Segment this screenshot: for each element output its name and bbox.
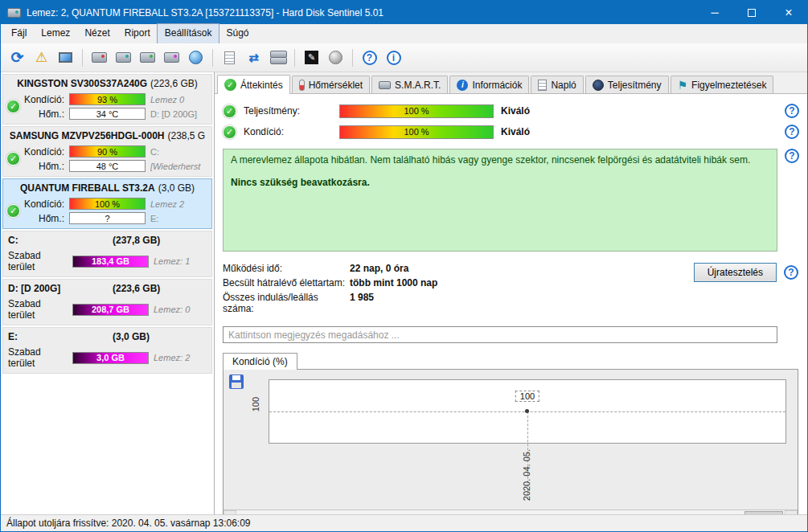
- disk-size: (238,5 G: [168, 130, 206, 141]
- disk-tools-button-3[interactable]: [137, 47, 158, 68]
- report-button[interactable]: [219, 47, 240, 68]
- refresh-button[interactable]: ⟳: [6, 47, 28, 68]
- overview-panel: ✓ Teljesítmény: 100 % Kiváló ? ✓ Kondíci…: [215, 94, 807, 514]
- temperature-label: Hőm.:: [24, 108, 64, 120]
- condition-rating: Kiváló: [501, 126, 530, 137]
- disk-item-kingston[interactable]: KINGSTON SV300S37A240G(223,6 GB) ✓ Kondí…: [2, 74, 212, 125]
- monitor-button[interactable]: [55, 47, 76, 68]
- stat-value: 22 nap, 0 óra: [350, 263, 408, 274]
- disk-size: (223,6 GB): [150, 78, 198, 89]
- stat-label: Becsült hátralévő élettartam:: [223, 277, 350, 289]
- condition-chart-section: Kondíció (%) 100 100 2020. 04. 05. ◀: [223, 352, 799, 514]
- tab-performance[interactable]: Teljesítmény: [585, 76, 669, 93]
- performance-value: 100 %: [404, 106, 429, 116]
- health-status-text: A merevlemez állapota hibátlan. Nem talá…: [231, 154, 769, 166]
- disk-tools-button-2[interactable]: [113, 47, 134, 68]
- condition-help-button[interactable]: ?: [785, 125, 799, 139]
- minimize-button[interactable]: ─: [696, 1, 733, 24]
- refresh-icon: ⟳: [11, 48, 24, 67]
- surface-test-button[interactable]: ✎: [301, 47, 322, 68]
- partition-size: (3,0 GB): [113, 331, 150, 342]
- disk-header: QUANTUM FIREBALL ST3.2A(3,0 GB): [6, 181, 208, 195]
- disk-tools-button-4[interactable]: [161, 47, 183, 68]
- partition-header: C: (237,8 GB): [6, 233, 208, 248]
- tab-smart[interactable]: S.M.A.R.T.: [371, 76, 448, 93]
- scroll-right-button[interactable]: ▶: [785, 510, 798, 514]
- stat-start-stop-count: Összes indulás/leállás száma: 1 985: [223, 292, 694, 314]
- tab-label: Áttekintés: [240, 80, 283, 91]
- status-ok-icon: ✓: [223, 125, 236, 139]
- disk-status-ok-icon: ✓: [6, 152, 20, 166]
- warning-button[interactable]: ⚠: [31, 47, 52, 68]
- save-chart-button[interactable]: [229, 374, 244, 389]
- disk-header: SAMSUNG MZVPV256HDGL-000H(238,5 G: [6, 129, 208, 143]
- temperature-value: 48 °C: [96, 162, 119, 171]
- maximize-button[interactable]: [733, 1, 770, 24]
- check-icon: ✓: [10, 101, 17, 112]
- free-space-bar: 183,4 GB: [72, 256, 149, 268]
- partition-item-d[interactable]: D: [D 200G] (223,6 GB) Szabad terület 20…: [2, 279, 212, 325]
- scroll-left-button[interactable]: ◀: [224, 510, 236, 514]
- disk-item-quantum-selected[interactable]: QUANTUM FIREBALL ST3.2A(3,0 GB) ✓ Kondíc…: [2, 178, 212, 229]
- stat-value: több mint 1000 nap: [350, 277, 437, 289]
- close-button[interactable]: ×: [770, 1, 807, 24]
- disk-item-samsung[interactable]: SAMSUNG MZVPV256HDGL-000H(238,5 G ✓ Kond…: [2, 126, 212, 177]
- tab-information[interactable]: iInformációk: [449, 76, 529, 93]
- partition-item-c[interactable]: C: (237,8 GB) Szabad terület 183,4 GB Le…: [2, 231, 212, 277]
- scrollbar-track[interactable]: [236, 510, 785, 514]
- tab-overview[interactable]: ✓Áttekintés: [217, 75, 290, 94]
- info-button[interactable]: i: [383, 47, 404, 68]
- disk-stack-button[interactable]: [267, 47, 289, 68]
- maximize-icon: [748, 9, 756, 17]
- menu-report[interactable]: Riport: [117, 24, 158, 43]
- disk-number-label: Lemez: 1: [154, 256, 208, 266]
- online-button[interactable]: [185, 47, 207, 68]
- check-icon: ✓: [226, 106, 233, 117]
- menu-disk[interactable]: Lemez: [34, 24, 77, 43]
- content-area: ✓Áttekintés Hőmérséklet S.M.A.R.T. iInfo…: [215, 72, 807, 514]
- health-help-button[interactable]: ?: [785, 149, 799, 163]
- disk-number-label: Lemez: 0: [154, 305, 208, 314]
- tab-alerts[interactable]: ⚑Figyelmeztetések: [671, 76, 774, 93]
- tab-label: Figyelmeztetések: [691, 80, 766, 91]
- scrollbar-thumb[interactable]: [744, 511, 783, 514]
- disk-name: KINGSTON SV300S37A240G: [17, 78, 147, 89]
- tab-bar: ✓Áttekintés Hőmérséklet S.M.A.R.T. iInfo…: [215, 72, 807, 94]
- partition-header: E: (3,0 GB): [6, 329, 208, 344]
- partition-name: D: [D 200G]: [8, 283, 60, 294]
- disk-name: SAMSUNG MZVPV256HDGL-000H: [10, 130, 165, 141]
- menu-help[interactable]: Súgó: [219, 24, 256, 43]
- menubar: Fájl Lemez Nézet Riport Beállítások Súgó: [1, 24, 807, 43]
- free-space-label: Szabad terület: [6, 298, 68, 321]
- disk-tools-button-1[interactable]: [88, 47, 110, 68]
- help-button[interactable]: ?: [359, 47, 380, 68]
- chart-scrollbar[interactable]: ◀ ▶: [224, 509, 798, 514]
- app-icon: [7, 8, 21, 18]
- tab-log[interactable]: Napló: [531, 76, 583, 93]
- sphere-button[interactable]: [325, 47, 347, 68]
- volume-label: [Wiederherst: [150, 162, 208, 171]
- chart-y-axis-label: 100: [251, 397, 260, 411]
- disk-status-ok-icon: ✓: [6, 100, 20, 113]
- stat-label: Működési idő:: [223, 263, 350, 274]
- comment-input[interactable]: [223, 326, 777, 343]
- condition-bar: 100 %: [69, 198, 146, 210]
- menu-settings[interactable]: Beállítások: [158, 24, 219, 43]
- partition-item-e[interactable]: E: (3,0 GB) Szabad terület 3,0 GB Lemez:…: [2, 327, 212, 374]
- menu-view[interactable]: Nézet: [77, 24, 117, 43]
- free-space-value: 183,4 GB: [92, 256, 129, 266]
- menu-file[interactable]: Fájl: [4, 24, 34, 43]
- condition-bar: 90 %: [69, 145, 146, 158]
- condition-value: 90 %: [97, 147, 117, 157]
- tab-temperature[interactable]: Hőmérséklet: [292, 76, 370, 93]
- chart-tab-condition[interactable]: Kondíció (%): [223, 353, 297, 370]
- performance-help-button[interactable]: ?: [785, 104, 799, 118]
- performance-bar: 100 %: [339, 104, 494, 118]
- sync-button[interactable]: ⇄: [243, 47, 265, 68]
- retest-button[interactable]: Újratesztelés: [694, 263, 777, 282]
- free-space-label: Szabad terület: [6, 346, 68, 369]
- toolbar-separator: [82, 49, 83, 67]
- retest-help-button[interactable]: ?: [784, 265, 798, 280]
- sphere-icon: [329, 51, 342, 64]
- temperature-label: Hőm.:: [24, 161, 64, 172]
